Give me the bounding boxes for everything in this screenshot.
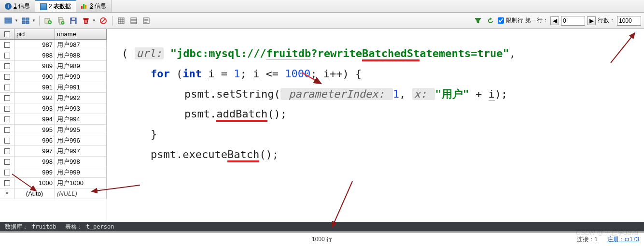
delete-button[interactable]	[81, 15, 91, 26]
status-bar-db: 数据库：fruitdb 表格：t_person	[0, 222, 644, 232]
svg-rect-3	[22, 18, 25, 20]
cell-uname[interactable]: 用户993	[55, 103, 107, 114]
cell-pid[interactable]: 990	[14, 72, 55, 82]
table-row[interactable]: 992用户992	[0, 93, 107, 103]
cell-pid[interactable]: 989	[14, 61, 55, 71]
svg-rect-15	[84, 18, 88, 19]
limit-rows-checkbox[interactable]	[498, 17, 504, 24]
filter-button[interactable]	[473, 15, 483, 26]
svg-rect-13	[72, 18, 75, 20]
dropdown-icon[interactable]: ▼	[92, 18, 96, 23]
dropdown-icon[interactable]: ▼	[32, 18, 36, 23]
cell-uname[interactable]: 用户990	[55, 72, 107, 82]
chart-icon	[81, 4, 88, 9]
toolbar: ▼ ▼ ▼ 限制行 第一行： ◀ ▶ 行数：	[0, 13, 644, 29]
cell-uname[interactable]: 用户994	[55, 114, 107, 124]
cell-uname[interactable]: 用户988	[55, 50, 107, 60]
cell-pid[interactable]: 996	[14, 135, 55, 145]
header-pid[interactable]: pid	[14, 29, 55, 39]
cell-uname[interactable]: 用户992	[55, 93, 107, 103]
table-row[interactable]: 998用户998	[0, 157, 107, 167]
view-grid-button[interactable]	[20, 15, 31, 26]
svg-rect-4	[26, 18, 29, 20]
tab-table-data[interactable]: 2 表数据	[35, 0, 76, 12]
add-row-button[interactable]	[43, 15, 54, 26]
view-form-button[interactable]	[128, 15, 139, 26]
cell-uname[interactable]: 用户1000	[55, 178, 107, 188]
tab-info-3[interactable]: 3 信息	[76, 0, 112, 12]
cell-uname[interactable]: 用户996	[55, 135, 107, 145]
svg-rect-5	[22, 21, 25, 24]
cell-uname[interactable]: 用户991	[55, 82, 107, 92]
cell-uname[interactable]: 用户997	[55, 146, 107, 156]
table-row[interactable]: 996用户996	[0, 135, 107, 146]
cell-pid[interactable]: 998	[14, 157, 55, 167]
cell-pid[interactable]: 992	[14, 93, 55, 103]
svg-rect-0	[5, 18, 12, 19]
svg-rect-18	[118, 18, 124, 24]
first-row-input[interactable]	[561, 16, 585, 26]
dropdown-icon[interactable]: ▼	[14, 18, 18, 23]
table-icon	[40, 3, 47, 10]
cell-uname[interactable]: 用户989	[55, 61, 107, 71]
table-row[interactable]: 987用户987	[0, 40, 107, 50]
cell-pid[interactable]: 991	[14, 82, 55, 92]
info-icon: i	[5, 3, 12, 10]
prev-page-button[interactable]: ◀	[550, 16, 559, 25]
table-row[interactable]: 989用户989	[0, 61, 107, 72]
cell-pid[interactable]: 997	[14, 146, 55, 156]
view-text-button[interactable]	[141, 15, 152, 26]
cell-uname[interactable]: 用户995	[55, 125, 107, 135]
svg-rect-6	[26, 21, 29, 24]
table-row[interactable]: 997用户997	[0, 146, 107, 157]
tab-info-1[interactable]: i 1 信息	[0, 0, 35, 12]
table-row[interactable]: 994用户994	[0, 114, 107, 125]
table-row[interactable]: 988用户988	[0, 50, 107, 61]
stop-button[interactable]	[98, 15, 109, 26]
limit-rows-label: 限制行	[506, 16, 523, 25]
copy-row-button[interactable]	[56, 15, 66, 26]
table-row[interactable]: 991用户991	[0, 82, 107, 93]
data-table: pid uname 987用户987988用户988989用户989990用户9…	[0, 29, 107, 224]
cell-pid[interactable]: 1000	[14, 178, 55, 188]
header-uname[interactable]: uname	[55, 29, 107, 39]
row-count-input[interactable]	[617, 16, 641, 26]
table-row-new[interactable]: * (Auto) (NULL)	[0, 188, 107, 199]
cell-pid[interactable]: 987	[14, 40, 55, 50]
cell-pid[interactable]: 988	[14, 50, 55, 60]
cell-uname[interactable]: 用户987	[55, 40, 107, 50]
tab-bar: i 1 信息 2 表数据 3 信息	[0, 0, 644, 13]
view-list-button[interactable]	[3, 15, 14, 26]
svg-rect-2	[5, 22, 12, 23]
row-count-status: 1000 行	[312, 235, 332, 244]
connection-status: 连接：1	[577, 235, 598, 244]
header-checkbox-col[interactable]	[0, 29, 14, 39]
first-row-label: 第一行：	[525, 16, 548, 25]
svg-rect-14	[71, 21, 75, 24]
next-page-button[interactable]: ▶	[587, 16, 596, 25]
cell-uname[interactable]: 用户998	[55, 157, 107, 167]
cell-pid[interactable]: 994	[14, 114, 55, 124]
cell-uname[interactable]: 用户999	[55, 167, 107, 177]
cell-pid[interactable]: 999	[14, 167, 55, 177]
table-row[interactable]: 999用户999	[0, 167, 107, 178]
status-bar-bottom: 1000 行 连接：1 注册：cr173	[0, 232, 644, 246]
table-row[interactable]: 1000用户1000	[0, 178, 107, 188]
cell-pid[interactable]: 995	[14, 125, 55, 135]
code-overlay: ( url: "jdbc:mysql:///fruitdb?rewriteBat…	[107, 29, 644, 224]
svg-line-17	[101, 19, 105, 23]
view-table-button[interactable]	[116, 15, 126, 26]
row-count-label: 行数：	[598, 16, 615, 25]
save-button[interactable]	[68, 15, 79, 26]
table-row[interactable]: 993用户993	[0, 103, 107, 114]
register-link[interactable]: 注册：cr173	[607, 235, 639, 244]
table-row[interactable]: 995用户995	[0, 125, 107, 135]
refresh-button[interactable]	[485, 15, 496, 26]
cell-pid[interactable]: 993	[14, 103, 55, 114]
svg-rect-1	[5, 20, 12, 21]
table-row[interactable]: 990用户990	[0, 72, 107, 82]
